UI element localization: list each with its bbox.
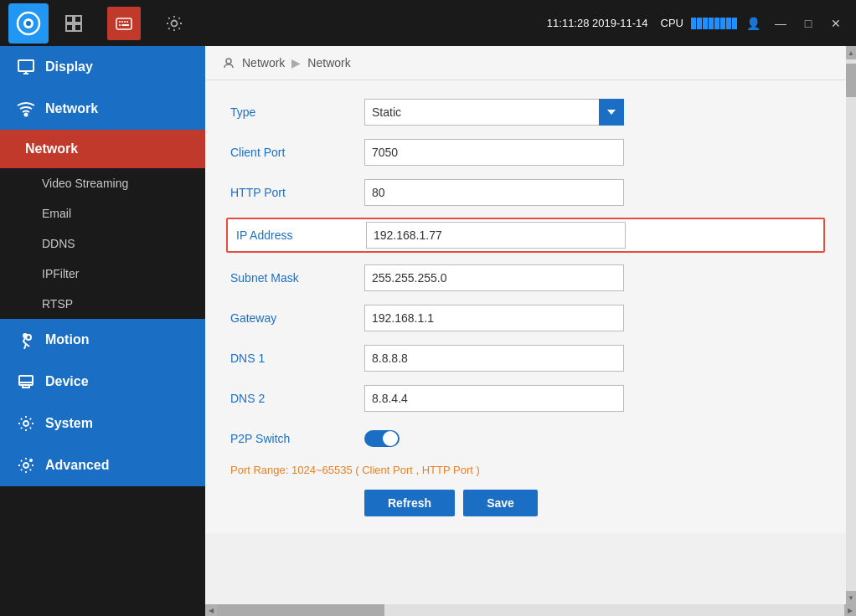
minimize-button[interactable]: — xyxy=(769,12,792,35)
http-port-input[interactable] xyxy=(364,179,624,206)
sidebar-label-rtsp: RTSP xyxy=(42,297,73,311)
svg-point-26 xyxy=(23,463,28,468)
titlebar-right: 11:11:28 2019-11-14 CPU 👤 — □ ✕ xyxy=(547,12,848,35)
dns2-field-wrapper xyxy=(364,385,624,412)
sidebar-item-email[interactable]: Email xyxy=(0,198,205,228)
bottom-scrollbar: ◀ ▶ xyxy=(205,604,856,616)
sidebar-label-video-streaming: Video Streaming xyxy=(42,177,128,190)
sidebar-item-network-parent[interactable]: Network xyxy=(0,88,205,130)
form-row-subnet-mask: Subnet Mask xyxy=(230,263,821,293)
svg-point-19 xyxy=(25,114,28,116)
form-row-dns1: DNS 1 xyxy=(230,343,821,373)
titlebar: 11:11:28 2019-11-14 CPU 👤 — □ ✕ xyxy=(0,0,856,46)
sidebar-item-motion[interactable]: Motion xyxy=(0,319,205,361)
p2p-switch[interactable]: ✓ xyxy=(364,430,400,447)
app-logo xyxy=(8,3,49,44)
sidebar-label-network: Network xyxy=(45,101,98,116)
button-row: Refresh Save xyxy=(230,490,821,516)
keyboard-icon[interactable] xyxy=(107,7,141,40)
scroll-thumb[interactable] xyxy=(846,64,856,97)
form-row-http-port: HTTP Port xyxy=(230,177,821,208)
bottom-scroll-thumb[interactable] xyxy=(217,604,384,616)
sidebar-label-email: Email xyxy=(42,207,71,220)
scroll-up-button[interactable]: ▲ xyxy=(846,46,856,59)
sidebar-label-ddns: DDNS xyxy=(42,237,75,250)
sidebar-item-ipfilter[interactable]: IPFilter xyxy=(0,259,205,289)
client-port-input[interactable] xyxy=(364,139,624,166)
svg-point-25 xyxy=(23,421,28,426)
svg-rect-22 xyxy=(19,376,33,385)
form-row-gateway: Gateway xyxy=(230,303,821,333)
content-wrapper: Network ▶ Network Type Static DHCP PPPoE xyxy=(205,46,856,604)
sidebar-item-advanced[interactable]: Advanced xyxy=(0,444,205,486)
close-button[interactable]: ✕ xyxy=(824,12,848,35)
scroll-right-button[interactable]: ▶ xyxy=(844,604,856,616)
dns2-label: DNS 2 xyxy=(230,392,364,405)
sidebar-item-video-streaming[interactable]: Video Streaming xyxy=(0,168,205,198)
sidebar-item-display[interactable]: Display xyxy=(0,46,205,88)
client-port-label: Client Port xyxy=(230,146,364,159)
content-main: Network ▶ Network Type Static DHCP PPPoE xyxy=(205,46,846,604)
sidebar-item-rtsp[interactable]: RTSP xyxy=(0,289,205,319)
ip-address-input[interactable] xyxy=(366,222,626,249)
right-scrollbar: ▲ ▼ xyxy=(846,46,856,604)
datetime: 11:11:28 2019-11-14 xyxy=(547,17,648,29)
gear-icon[interactable] xyxy=(157,7,191,40)
save-button[interactable]: Save xyxy=(463,490,538,516)
refresh-button[interactable]: Refresh xyxy=(364,490,455,516)
user-icon[interactable]: 👤 xyxy=(741,12,765,35)
bottom-scroll-track xyxy=(217,604,844,616)
sidebar-label-advanced: Advanced xyxy=(45,458,109,473)
gateway-input[interactable] xyxy=(364,305,624,331)
scroll-down-button[interactable]: ▼ xyxy=(846,591,856,604)
svg-point-21 xyxy=(23,334,27,337)
p2p-label: P2P Switch xyxy=(230,432,364,445)
scroll-left-button[interactable]: ◀ xyxy=(205,604,217,616)
sidebar-label-device: Device xyxy=(45,374,89,389)
content-area: Network ▶ Network Type Static DHCP PPPoE xyxy=(205,46,856,616)
svg-rect-6 xyxy=(75,24,81,31)
maximize-button[interactable]: □ xyxy=(797,12,820,35)
sidebar: Display Network Network Video Streaming … xyxy=(0,46,205,616)
http-port-label: HTTP Port xyxy=(230,186,364,199)
toggle-track[interactable]: ✓ xyxy=(364,430,400,447)
svg-point-15 xyxy=(172,20,178,26)
svg-rect-16 xyxy=(18,60,34,71)
subnet-mask-label: Subnet Mask xyxy=(230,271,364,285)
type-select-wrapper: Static DHCP PPPoE xyxy=(364,99,624,126)
sidebar-item-system[interactable]: System xyxy=(0,403,205,444)
type-select[interactable]: Static DHCP PPPoE xyxy=(364,99,624,126)
svg-rect-7 xyxy=(116,18,131,29)
svg-point-27 xyxy=(29,459,33,462)
grid-icon[interactable] xyxy=(57,7,90,40)
dns2-input[interactable] xyxy=(364,385,624,412)
gateway-field-wrapper xyxy=(364,305,624,331)
sidebar-label-ipfilter: IPFilter xyxy=(42,267,79,280)
dns1-label: DNS 1 xyxy=(230,352,364,365)
dns1-input[interactable] xyxy=(364,345,624,372)
sidebar-item-ddns[interactable]: DDNS xyxy=(0,228,205,259)
subnet-mask-field-wrapper xyxy=(364,264,624,291)
form-area: Type Static DHCP PPPoE xyxy=(205,80,846,533)
sidebar-label-network-sub: Network xyxy=(25,141,78,157)
svg-rect-3 xyxy=(66,16,73,23)
breadcrumb-arrow: ▶ xyxy=(291,56,301,69)
client-port-field-wrapper xyxy=(364,139,624,166)
sidebar-item-network[interactable]: Network xyxy=(0,130,205,168)
gateway-label: Gateway xyxy=(230,311,364,325)
form-row-p2p: P2P Switch ✓ xyxy=(230,424,821,454)
sidebar-item-device[interactable]: Device xyxy=(0,361,205,403)
breadcrumb-root: Network xyxy=(242,56,285,69)
cpu-bars xyxy=(691,18,737,29)
form-row-client-port: Client Port xyxy=(230,137,821,167)
svg-rect-24 xyxy=(23,385,29,388)
subnet-mask-input[interactable] xyxy=(364,264,624,291)
sidebar-label-motion: Motion xyxy=(45,332,89,347)
svg-point-2 xyxy=(26,21,31,26)
titlebar-left xyxy=(8,3,191,44)
type-label: Type xyxy=(230,105,364,119)
form-row-type: Type Static DHCP PPPoE xyxy=(230,97,821,127)
svg-point-28 xyxy=(226,59,231,64)
dns1-field-wrapper xyxy=(364,345,624,372)
port-range-note: Port Range: 1024~65535 ( Client Port , H… xyxy=(230,464,821,476)
